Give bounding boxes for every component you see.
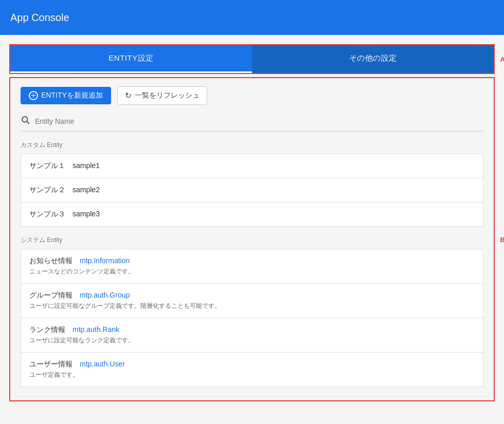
section-b-container: + ENTITYを新規追加 ↻ 一覧をリフレッシュ	[9, 77, 495, 401]
label-a: A	[500, 56, 504, 63]
custom-entity-item-1[interactable]: サンプル１ sample1	[21, 154, 483, 178]
custom-entity-name-2: サンプル２	[29, 186, 73, 194]
custom-entity-item-3[interactable]: サンプル３ sample3	[21, 202, 483, 226]
system-entity-title-1: お知らせ情報 mtp.Information	[29, 256, 475, 266]
system-entity-title-2: グループ情報 mtp.auth.Group	[29, 291, 475, 300]
tab-entity-settings[interactable]: ENTITY設定	[10, 45, 252, 73]
app-header: App Console	[0, 0, 504, 35]
system-entity-desc-3: ユーザに設定可能なランク定義です。	[29, 336, 475, 345]
custom-entity-list: サンプル１ sample1 サンプル２ sample2 サンプル３ sample…	[21, 154, 483, 227]
tab-bar: ENTITY設定 その他の設定	[10, 45, 494, 73]
custom-entity-label: カスタム Entity	[21, 141, 483, 150]
custom-entity-item-2[interactable]: サンプル２ sample2	[21, 178, 483, 202]
label-b: B	[500, 235, 504, 243]
system-entity-title-4: ユーザー情報 mtp.auth.User	[29, 360, 475, 369]
system-entity-item-4[interactable]: ユーザー情報 mtp.auth.User ユーザ定義です。	[21, 353, 483, 386]
custom-entity-id-3: sample3	[73, 210, 100, 218]
section-b-content: + ENTITYを新規追加 ↻ 一覧をリフレッシュ	[10, 78, 494, 400]
system-entity-label: システム Entity	[21, 236, 483, 245]
tab-other-settings[interactable]: その他の設定	[252, 45, 494, 73]
system-entity-item-1[interactable]: お知らせ情報 mtp.Information ニュースなどのコンテンツ定義です。	[21, 249, 483, 284]
custom-entity-name-1: サンプル１	[29, 161, 73, 170]
refresh-icon: ↻	[125, 91, 132, 100]
section-a-container: ENTITY設定 その他の設定	[9, 44, 495, 74]
custom-entity-id-1: sample1	[73, 161, 100, 170]
refresh-label: 一覧をリフレッシュ	[135, 91, 200, 100]
system-entity-desc-1: ニュースなどのコンテンツ定義です。	[29, 267, 475, 276]
search-input[interactable]	[35, 117, 483, 125]
system-entity-desc-4: ユーザ定義です。	[29, 371, 475, 379]
system-entity-list: お知らせ情報 mtp.Information ニュースなどのコンテンツ定義です。…	[21, 249, 483, 387]
refresh-button[interactable]: ↻ 一覧をリフレッシュ	[117, 86, 207, 105]
add-entity-button[interactable]: + ENTITYを新規追加	[21, 87, 111, 104]
add-entity-label: ENTITYを新規追加	[41, 91, 103, 100]
app-title: App Console	[10, 12, 69, 24]
custom-entity-name-3: サンプル３	[29, 210, 73, 218]
system-entity-desc-2: ユーザに設定可能なグループ定義です。階層化することも可能です。	[29, 302, 475, 310]
system-entity-item-2[interactable]: グループ情報 mtp.auth.Group ユーザに設定可能なグループ定義です。…	[21, 284, 483, 318]
svg-line-1	[27, 121, 29, 123]
search-container	[21, 115, 483, 132]
system-entity-item-3[interactable]: ランク情報 mtp.auth.Rank ユーザに設定可能なランク定義です。	[21, 318, 483, 353]
custom-entity-id-2: sample2	[73, 186, 100, 194]
search-icon	[21, 115, 30, 127]
system-entity-title-3: ランク情報 mtp.auth.Rank	[29, 325, 475, 335]
plus-icon: +	[29, 91, 38, 100]
toolbar: + ENTITYを新規追加 ↻ 一覧をリフレッシュ	[21, 86, 483, 105]
